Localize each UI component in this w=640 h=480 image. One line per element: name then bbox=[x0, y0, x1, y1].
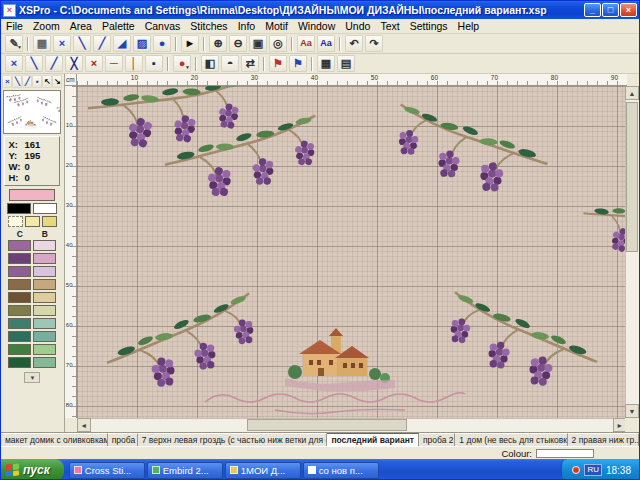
backstitch-horizontal-icon[interactable]: ─ bbox=[105, 55, 123, 72]
full-stitch-icon[interactable]: × bbox=[53, 35, 71, 52]
menu-item-help[interactable]: Help bbox=[453, 20, 485, 32]
palette-swatch[interactable] bbox=[8, 305, 31, 316]
pattern-preview[interactable] bbox=[3, 90, 61, 134]
menu-item-window[interactable]: Window bbox=[293, 20, 340, 32]
palette-swatch[interactable] bbox=[8, 331, 31, 342]
zoom-actual-icon[interactable]: ▣ bbox=[249, 35, 267, 52]
language-indicator[interactable]: RU bbox=[584, 464, 602, 476]
clock[interactable]: 18:38 bbox=[606, 465, 631, 476]
half-stitch-forward-icon[interactable]: ╱ bbox=[93, 35, 111, 52]
half-stitch-back-icon[interactable]: ╲ bbox=[73, 35, 91, 52]
vertical-scroll-thumb[interactable] bbox=[626, 102, 638, 252]
palette-swatch[interactable] bbox=[8, 318, 31, 329]
pattern-tab[interactable]: последний вариант bbox=[327, 433, 419, 446]
palette-swatch[interactable] bbox=[33, 318, 56, 329]
pointer-arrow-icon[interactable]: ► bbox=[181, 35, 199, 52]
taskbar-button[interactable]: Cross Sti... bbox=[69, 462, 145, 479]
palette-swatch[interactable] bbox=[33, 305, 56, 316]
close-button[interactable]: × bbox=[620, 3, 637, 17]
palette-swatch[interactable] bbox=[8, 357, 31, 368]
pattern-tab[interactable]: макет домик с оливковками bbox=[1, 433, 108, 446]
side-next-arrow-icon[interactable]: ↘ bbox=[52, 75, 62, 88]
taskbar-button[interactable]: со нов п... bbox=[303, 462, 379, 479]
scroll-left-button[interactable]: ◄ bbox=[77, 418, 91, 432]
palette-swatch[interactable] bbox=[8, 279, 31, 290]
palette-swatch[interactable] bbox=[8, 240, 31, 251]
half-cross-forward-icon[interactable]: ╱ bbox=[45, 55, 63, 72]
pattern-tab[interactable]: 1 дом (не весь для стыковки) bbox=[455, 433, 567, 446]
side-half-forward-icon[interactable]: ╱ bbox=[22, 75, 32, 88]
tray-status-icon[interactable] bbox=[572, 466, 580, 474]
palette-swatch[interactable] bbox=[8, 253, 31, 264]
start-button[interactable]: пуск bbox=[1, 459, 64, 480]
redo-icon[interactable]: ↷ bbox=[365, 35, 383, 52]
menu-item-palette[interactable]: Palette bbox=[97, 20, 140, 32]
menu-item-text[interactable]: Text bbox=[375, 20, 404, 32]
menu-item-zoom[interactable]: Zoom bbox=[28, 20, 65, 32]
pattern-tab[interactable]: проба bbox=[108, 433, 138, 446]
side-prev-arrow-icon[interactable]: ↖ bbox=[42, 75, 52, 88]
flag-red-icon[interactable]: ⚑ bbox=[269, 55, 287, 72]
palette-swatch[interactable] bbox=[33, 266, 56, 277]
palette-swatch[interactable] bbox=[33, 292, 56, 303]
taskbar-button[interactable]: 1МОИ Д... bbox=[225, 462, 301, 479]
palette-swatch[interactable] bbox=[33, 357, 56, 368]
side-half-back-icon[interactable]: ╲ bbox=[12, 75, 22, 88]
palette-scroll-down-button[interactable]: ▼ bbox=[24, 372, 40, 383]
side-bead-icon[interactable]: ▪ bbox=[32, 75, 42, 88]
palette-swatch[interactable] bbox=[8, 292, 31, 303]
stitch-canvas[interactable] bbox=[77, 86, 627, 418]
scroll-up-button[interactable]: ▲ bbox=[625, 86, 639, 100]
petite-stitch-icon[interactable]: × bbox=[85, 55, 103, 72]
taskbar-button[interactable]: Embird 2... bbox=[147, 462, 223, 479]
system-tray[interactable]: RU 18:38 bbox=[561, 459, 639, 480]
pattern-tab[interactable]: 2 правая ниж гр... bbox=[568, 433, 639, 446]
colour-swatch[interactable] bbox=[25, 216, 40, 227]
zoom-out-icon[interactable]: ⊖ bbox=[229, 35, 247, 52]
palette-swatch[interactable] bbox=[33, 331, 56, 342]
french-knot-icon[interactable]: ● bbox=[153, 35, 171, 52]
menu-item-undo[interactable]: Undo bbox=[340, 20, 375, 32]
pattern-tab[interactable]: проба 2 bbox=[419, 433, 455, 446]
mirror-horizontal-icon[interactable]: ◧ bbox=[201, 55, 219, 72]
selection-grid-icon[interactable]: ▦ bbox=[33, 35, 51, 52]
menu-item-file[interactable]: File bbox=[1, 20, 28, 32]
ruler-toggle-icon[interactable]: ▤ bbox=[337, 55, 355, 72]
palette-swatch[interactable] bbox=[8, 266, 31, 277]
colour-swatch[interactable] bbox=[7, 203, 31, 214]
pencil-tool-icon[interactable]: ✎▼ bbox=[5, 35, 23, 52]
text-latin-icon[interactable]: Aa bbox=[297, 35, 315, 52]
menu-item-settings[interactable]: Settings bbox=[405, 20, 453, 32]
flag-blue-icon[interactable]: ⚑ bbox=[289, 55, 307, 72]
menu-item-area[interactable]: Area bbox=[65, 20, 97, 32]
zoom-fit-icon[interactable]: ◎ bbox=[269, 35, 287, 52]
horizontal-scrollbar[interactable]: ◄ ► bbox=[77, 418, 627, 432]
maximize-button[interactable]: □ bbox=[602, 3, 619, 17]
side-cross-stitch-icon[interactable]: × bbox=[2, 75, 12, 88]
colour-swatch[interactable] bbox=[42, 216, 57, 227]
mirror-vertical-icon[interactable]: ◓ bbox=[221, 55, 239, 72]
menu-item-stitches[interactable]: Stitches bbox=[185, 20, 232, 32]
current-colour-swatch[interactable] bbox=[9, 189, 55, 201]
scroll-down-button[interactable]: ▼ bbox=[625, 404, 639, 418]
swap-colours-icon[interactable]: ⇄ bbox=[241, 55, 259, 72]
colour-swatch[interactable] bbox=[8, 216, 23, 227]
menu-item-info[interactable]: Info bbox=[233, 20, 261, 32]
colour-swatch[interactable] bbox=[33, 203, 57, 214]
minimize-button[interactable]: _ bbox=[584, 3, 601, 17]
half-cross-back-icon[interactable]: ╲ bbox=[25, 55, 43, 72]
quarter-stitch-icon[interactable]: ◢ bbox=[113, 35, 131, 52]
cross-stitch-icon[interactable]: × bbox=[5, 55, 23, 72]
title-bar[interactable]: × XSPro - C:\Documents and Settings\Rimm… bbox=[1, 1, 639, 19]
colour-picker-icon[interactable]: ●▼ bbox=[173, 55, 191, 72]
zoom-in-icon[interactable]: ⊕ bbox=[209, 35, 227, 52]
grid-toggle-icon[interactable]: ▦ bbox=[317, 55, 335, 72]
text-cyrillic-icon[interactable]: Аа bbox=[317, 35, 335, 52]
menu-item-canvas[interactable]: Canvas bbox=[140, 20, 186, 32]
horizontal-scroll-thumb[interactable] bbox=[247, 419, 407, 431]
palette-swatch[interactable] bbox=[33, 253, 56, 264]
pattern-tab[interactable]: 7 верхн левая гроздь (с частью ниж ветки… bbox=[138, 433, 328, 446]
menu-item-motif[interactable]: Motif bbox=[260, 20, 293, 32]
undo-icon[interactable]: ↶ bbox=[345, 35, 363, 52]
palette-swatch[interactable] bbox=[33, 344, 56, 355]
